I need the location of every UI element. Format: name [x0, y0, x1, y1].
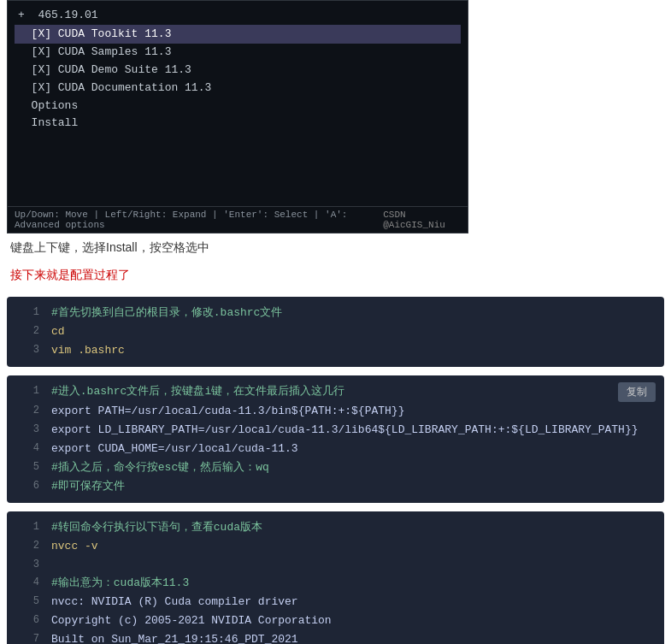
code-line-2-1: 1 #进入.bashrc文件后，按键盘i键，在文件最后插入这几行	[7, 382, 664, 401]
terminal-line-6: Install	[15, 115, 461, 133]
code-line-3-1: 1 #转回命令行执行以下语句，查看cuda版本	[7, 518, 664, 537]
code-block-1: 1 #首先切换到自己的根目录，修改.bashrc文件 2 cd 3 vim .b…	[7, 297, 664, 367]
code-line-1-1: 1 #首先切换到自己的根目录，修改.bashrc文件	[7, 304, 664, 322]
terminal-watermark: CSDN @AicGIS_Niu	[383, 210, 461, 230]
copy-button[interactable]: 复制	[618, 382, 656, 402]
hint-install: 键盘上下键，选择Install，按空格选中	[0, 233, 671, 263]
code-line-2-2: 2 export PATH=/usr/local/cuda-11.3/bin${…	[7, 402, 664, 421]
terminal-line-1: [X] CUDA Toolkit 11.3	[15, 25, 461, 44]
code-line-3-2: 2 nvcc -v	[7, 537, 664, 556]
code-line-1-3: 3 vim .bashrc	[7, 341, 664, 360]
terminal-line-4: [X] CUDA Documentation 11.3	[15, 80, 461, 97]
code-line-1-2: 2 cd	[7, 322, 664, 341]
terminal-line-3: [X] CUDA Demo Suite 11.3	[15, 62, 461, 80]
hint-config: 接下来就是配置过程了	[0, 263, 671, 292]
code-line-3-4: 4 #输出意为：cuda版本11.3	[7, 574, 664, 593]
code-line-2-5: 5 #插入之后，命令行按esc键，然后输入：wq	[7, 458, 664, 477]
code-block-2: 复制 1 #进入.bashrc文件后，按键盘i键，在文件最后插入这几行 2 ex…	[7, 375, 664, 503]
code-line-2-3: 3 export LD_LIBRARY_PATH=/usr/local/cuda…	[7, 421, 664, 440]
code-line-2-6: 6 #即可保存文件	[7, 477, 664, 496]
terminal-status-bar: Up/Down: Move | Left/Right: Expand | 'En…	[7, 207, 468, 233]
code-line-3-3: 3	[7, 556, 664, 573]
code-line-3-7: 7 Built on Sun_Mar_21_19:15:46_PDT_2021	[7, 630, 664, 644]
code-line-3-6: 6 Copyright (c) 2005-2021 NVIDIA Corpora…	[7, 612, 664, 630]
code-line-2-4: 4 export CUDA_HOME=/usr/local/cuda-11.3	[7, 440, 664, 458]
terminal-line-2: [X] CUDA Samples 11.3	[15, 44, 461, 62]
status-text: Up/Down: Move | Left/Right: Expand | 'En…	[15, 210, 383, 230]
terminal-line-5: Options	[15, 97, 461, 115]
terminal-window: + 465.19.01 [X] CUDA Toolkit 11.3 [X] CU…	[7, 0, 468, 207]
code-line-3-5: 5 nvcc: NVIDIA (R) Cuda compiler driver	[7, 593, 664, 612]
terminal-line-0: + 465.19.01	[15, 6, 461, 25]
code-block-3: 1 #转回命令行执行以下语句，查看cuda版本 2 nvcc -v 3 4 #输…	[7, 511, 664, 644]
